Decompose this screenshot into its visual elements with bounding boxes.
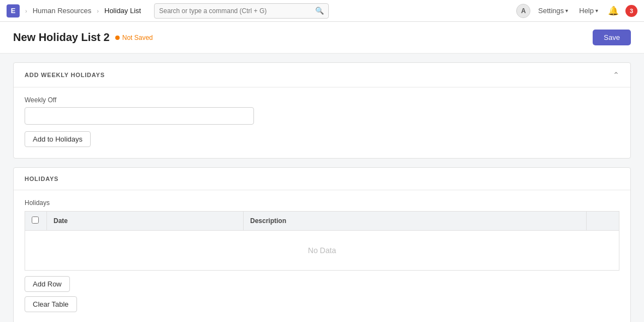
settings-button[interactable]: Settings ▾ xyxy=(535,5,571,16)
select-all-checkbox[interactable] xyxy=(32,216,39,224)
col-header-checkbox xyxy=(25,212,47,231)
not-saved-dot xyxy=(115,36,120,40)
app-logo[interactable]: E xyxy=(7,4,20,17)
weekly-off-input[interactable] xyxy=(25,107,254,125)
weekly-holidays-header: ADD WEEKLY HOLIDAYS ⌃ xyxy=(14,63,630,87)
weekly-holidays-form: Weekly Off Add to Holidays xyxy=(14,87,630,158)
breadcrumb-holiday-list: Holiday List xyxy=(104,7,141,15)
collapse-icon[interactable]: ⌃ xyxy=(613,71,619,79)
page-header: New Holiday List 2 Not Saved Save xyxy=(0,22,644,54)
weekly-holidays-title: ADD WEEKLY HOLIDAYS xyxy=(25,72,105,78)
page-title: New Holiday List 2 xyxy=(13,31,110,44)
no-data-row: No Data xyxy=(25,231,619,271)
avatar[interactable]: A xyxy=(516,4,530,18)
holidays-header: HOLIDAYS xyxy=(14,168,630,190)
holidays-card: HOLIDAYS Holidays Date Description xyxy=(13,167,631,322)
navbar-right: A Settings ▾ Help ▾ 🔔 3 xyxy=(516,4,637,18)
weekly-off-label: Weekly Off xyxy=(25,96,619,104)
notifications-button[interactable]: 🔔 xyxy=(606,4,621,17)
save-button[interactable]: Save xyxy=(593,30,631,45)
main-content: ADD WEEKLY HOLIDAYS ⌃ Weekly Off Add to … xyxy=(0,62,644,322)
breadcrumb-hr[interactable]: Human Resources xyxy=(33,7,92,15)
weekly-holidays-card: ADD WEEKLY HOLIDAYS ⌃ Weekly Off Add to … xyxy=(13,62,631,159)
breadcrumb-chevron-2: › xyxy=(97,8,99,14)
not-saved-label: Not Saved xyxy=(122,34,153,42)
settings-caret: ▾ xyxy=(565,8,568,14)
add-row-button[interactable]: Add Row xyxy=(25,276,70,292)
help-button[interactable]: Help ▾ xyxy=(576,5,601,16)
help-caret: ▾ xyxy=(595,8,598,14)
notification-badge: 3 xyxy=(625,5,637,17)
search-input[interactable] xyxy=(159,7,315,15)
search-icon: 🔍 xyxy=(315,7,324,15)
navbar: E › Human Resources › Holiday List 🔍 A S… xyxy=(0,0,644,22)
not-saved-badge: Not Saved xyxy=(115,34,153,42)
breadcrumb-chevron-1: › xyxy=(25,8,27,14)
holidays-table: Date Description No Data xyxy=(25,211,619,271)
col-header-action xyxy=(587,212,619,231)
holidays-label: Holidays xyxy=(25,199,619,207)
col-header-date: Date xyxy=(47,212,244,231)
search-box[interactable]: 🔍 xyxy=(154,3,329,19)
add-to-holidays-button[interactable]: Add to Holidays xyxy=(25,131,91,147)
table-footer: Add Row Clear Table xyxy=(25,271,619,312)
page-title-row: New Holiday List 2 Not Saved xyxy=(13,31,153,44)
col-header-description: Description xyxy=(244,212,587,231)
holidays-section: Holidays Date Description No Data xyxy=(14,190,630,322)
no-data-cell: No Data xyxy=(25,231,619,271)
holidays-title: HOLIDAYS xyxy=(25,175,58,182)
clear-table-button[interactable]: Clear Table xyxy=(25,296,77,312)
